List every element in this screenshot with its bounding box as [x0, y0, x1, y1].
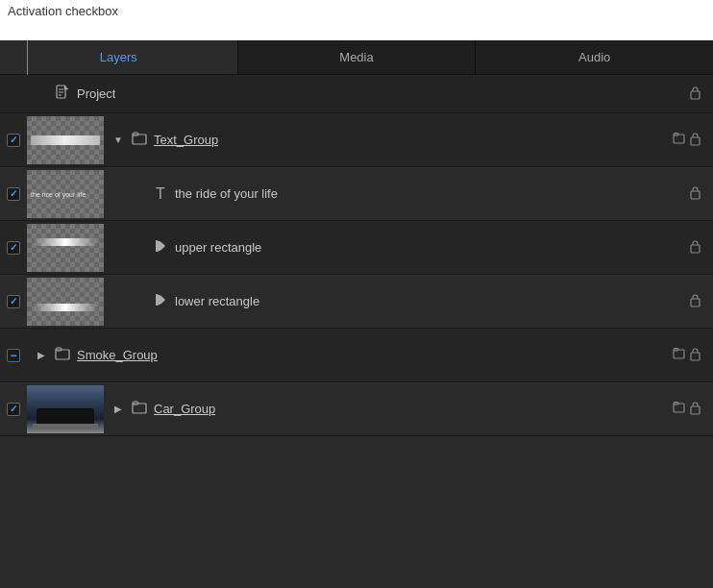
group-icon-smoke — [54, 347, 71, 363]
checkbox-area-lower[interactable] — [0, 295, 27, 308]
row-right-text-group — [673, 132, 705, 149]
shape-icon-lower — [152, 292, 169, 310]
checkbox-upper[interactable] — [7, 241, 20, 255]
lock-icon-upper — [689, 239, 701, 257]
row-content-project: Project — [27, 85, 689, 103]
svg-rect-12 — [691, 245, 700, 253]
lock-icon-text-group — [689, 132, 701, 149]
layers-panel: Layers Media Audio — [0, 40, 713, 588]
layer-name-lower: lower rectangle — [175, 294, 259, 308]
shape-icon-upper — [152, 238, 169, 257]
row-right-lower — [689, 293, 705, 310]
group-badge-text — [673, 133, 685, 147]
row-right-car — [673, 401, 705, 418]
row-right-upper — [689, 239, 705, 257]
checkbox-area-car[interactable] — [0, 403, 27, 416]
thumb-car-visual — [27, 385, 104, 433]
lock-icon-project — [689, 86, 701, 103]
checkbox-area-smoke[interactable] — [0, 349, 27, 362]
expand-arrow-car[interactable]: ▶ — [111, 404, 125, 414]
text-icon-ride: T — [152, 185, 169, 203]
checkbox-area-upper[interactable] — [0, 241, 27, 255]
row-content-text-group: ▼ Text_Group — [104, 132, 673, 148]
layer-row-upper-rect: upper rectangle — [0, 221, 713, 275]
layer-row-car: ▶ Car_Group — [0, 382, 713, 436]
layer-name-text-group[interactable]: Text_Group — [154, 133, 218, 147]
layer-name-ride: the ride of your life — [175, 186, 278, 201]
layer-name-upper: upper rectangle — [175, 240, 261, 255]
row-right-ride — [689, 185, 705, 203]
svg-rect-23 — [691, 406, 700, 414]
group-icon-car — [131, 401, 148, 417]
layer-row-ride: the rice of your life T the ride of your… — [0, 167, 713, 221]
layer-name-smoke[interactable]: Smoke_Group — [77, 348, 158, 362]
row-content-ride: T the ride of your life — [104, 185, 689, 203]
row-content-smoke: ▶ Smoke_Group — [27, 347, 673, 363]
group-icon-text — [131, 132, 148, 148]
row-right-project — [689, 86, 705, 103]
layer-row-project: Project — [0, 75, 713, 113]
thumb-upper-bar — [33, 238, 97, 246]
group-badge-car — [673, 402, 685, 416]
layer-row-lower-rect: lower rectangle — [0, 275, 713, 329]
checkbox-smoke[interactable] — [7, 349, 20, 362]
svg-rect-13 — [691, 299, 700, 306]
tab-layers[interactable]: Layers — [0, 40, 238, 74]
thumb-upper — [27, 224, 104, 272]
tab-media[interactable]: Media — [238, 40, 477, 74]
checkbox-ride[interactable] — [7, 187, 20, 201]
tab-audio[interactable]: Audio — [476, 40, 713, 74]
expand-arrow-smoke[interactable]: ▶ — [35, 350, 48, 360]
checkbox-area-ride[interactable] — [0, 187, 27, 201]
row-content-upper: upper rectangle — [104, 238, 689, 257]
svg-rect-10 — [691, 137, 700, 145]
annotation-label: Activation checkbox — [0, 0, 713, 40]
thumb-bar-text — [31, 135, 100, 145]
checkbox-area-text-group[interactable] — [0, 134, 27, 147]
lock-icon-smoke — [689, 347, 701, 364]
expand-arrow-text-group[interactable]: ▼ — [111, 135, 125, 145]
layer-name-car[interactable]: Car_Group — [154, 402, 215, 416]
svg-rect-18 — [691, 353, 700, 360]
row-content-lower: lower rectangle — [104, 292, 689, 310]
row-content-car: ▶ Car_Group — [104, 401, 673, 417]
lock-icon-car — [689, 401, 701, 418]
group-badge-smoke — [673, 348, 685, 362]
lock-icon-ride — [689, 185, 701, 203]
thumb-checker-lower — [27, 278, 104, 326]
layer-row-smoke: ▶ Smoke_Group — [0, 329, 713, 382]
layer-list: Project ▼ — [0, 75, 713, 588]
document-icon — [54, 85, 71, 103]
checkbox-text-group[interactable] — [7, 134, 20, 147]
svg-rect-11 — [691, 191, 700, 199]
thumb-lower-bar — [33, 304, 97, 311]
thumb-checker-upper — [27, 224, 104, 272]
checkbox-lower[interactable] — [7, 295, 20, 308]
thumb-text-label-ride: the rice of your life — [31, 190, 86, 197]
thumb-lower — [27, 278, 104, 326]
svg-marker-4 — [64, 86, 68, 89]
svg-rect-5 — [691, 91, 700, 99]
checkbox-car[interactable] — [7, 403, 20, 416]
lock-icon-lower — [689, 293, 701, 310]
row-right-smoke — [673, 347, 705, 364]
layer-name-project: Project — [77, 86, 115, 101]
layer-row-text-group: ▼ Text_Group — [0, 113, 713, 167]
tab-bar: Layers Media Audio — [0, 40, 713, 75]
thumb-text-group — [27, 116, 104, 164]
thumb-ride: the rice of your life — [27, 170, 104, 218]
thumb-car — [27, 385, 104, 433]
